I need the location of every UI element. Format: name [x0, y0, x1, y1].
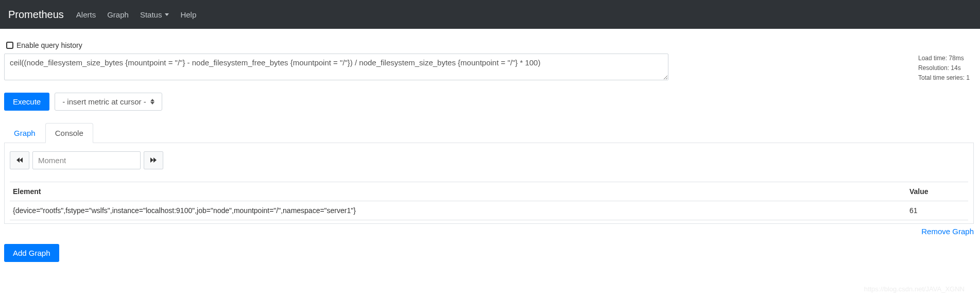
nav-help[interactable]: Help — [180, 10, 196, 19]
table-header-row: Element Value — [10, 182, 968, 201]
col-value: Value — [906, 182, 968, 201]
enable-history-label: Enable query history — [16, 41, 82, 49]
nav-status[interactable]: Status — [140, 10, 169, 19]
table-row: {device="rootfs",fstype="wslfs",instance… — [10, 201, 968, 220]
cell-value: 61 — [906, 201, 968, 220]
remove-graph-link[interactable]: Remove Graph — [921, 227, 974, 236]
history-row: Enable query history — [4, 35, 974, 54]
moment-row — [10, 151, 968, 169]
moment-prev-button[interactable] — [10, 151, 29, 169]
main-container: Enable query history Load time: 78ms Res… — [0, 29, 980, 268]
stat-load-time: Load time: 78ms — [918, 54, 970, 63]
result-table: Element Value {device="rootfs",fstype="w… — [10, 182, 968, 220]
cell-element: {device="rootfs",fstype="wslfs",instance… — [10, 201, 906, 220]
nav-alerts[interactable]: Alerts — [76, 10, 96, 19]
stat-total-series: Total time series: 1 — [918, 73, 970, 83]
footer-row: Remove Graph — [4, 227, 974, 236]
rewind-icon — [16, 156, 23, 164]
enable-history-checkbox[interactable] — [6, 42, 13, 49]
stat-resolution: Resolution: 14s — [918, 63, 970, 73]
metric-select[interactable]: - insert metric at cursor - — [55, 93, 162, 111]
tab-console[interactable]: Console — [45, 123, 93, 143]
navbar: Prometheus Alerts Graph Status Help — [0, 0, 980, 29]
nav-graph[interactable]: Graph — [107, 10, 129, 19]
brand[interactable]: Prometheus — [8, 9, 64, 21]
execute-button[interactable]: Execute — [4, 93, 49, 111]
select-updown-icon — [150, 99, 154, 104]
col-element: Element — [10, 182, 906, 201]
add-graph-button[interactable]: Add Graph — [4, 244, 59, 262]
expression-input[interactable] — [4, 54, 668, 80]
execute-row: Execute - insert metric at cursor - — [4, 93, 974, 111]
add-graph-wrap: Add Graph — [4, 244, 974, 262]
query-row: Load time: 78ms Resolution: 14s Total ti… — [4, 54, 974, 83]
console-panel: Element Value {device="rootfs",fstype="w… — [4, 143, 974, 224]
fast-forward-icon — [150, 156, 157, 164]
chevron-down-icon — [165, 13, 169, 16]
tabs: Graph Console — [4, 123, 974, 143]
moment-input[interactable] — [32, 151, 141, 169]
nav-status-label: Status — [140, 10, 162, 19]
query-stats: Load time: 78ms Resolution: 14s Total ti… — [918, 54, 970, 83]
moment-next-button[interactable] — [144, 151, 163, 169]
tab-graph[interactable]: Graph — [4, 123, 45, 143]
metric-select-label: - insert metric at cursor - — [62, 97, 146, 106]
